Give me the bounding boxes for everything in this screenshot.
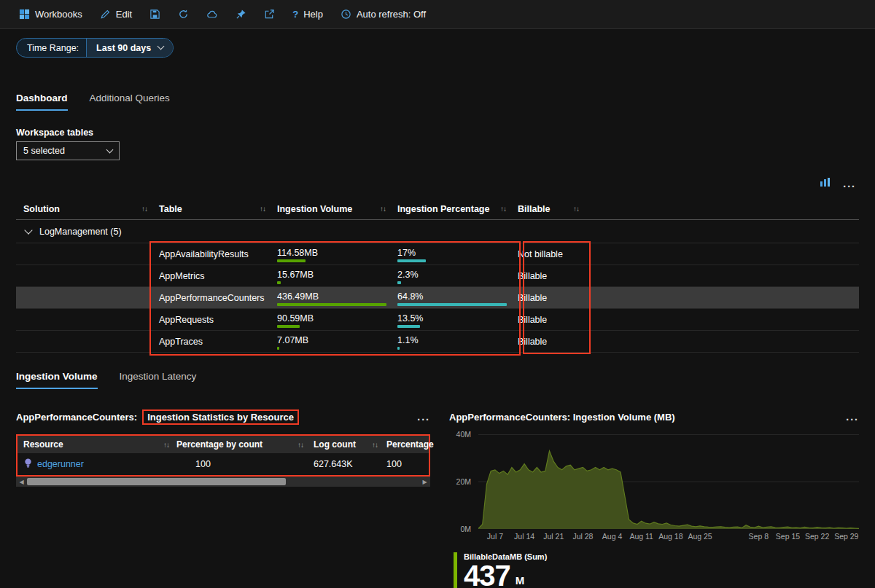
- x-tick-label: Sep 8: [749, 532, 769, 541]
- workspace-tables-label: Workspace tables: [16, 128, 93, 138]
- sort-icon[interactable]: ↑↓: [500, 205, 506, 213]
- x-tick-label: Jul 14: [514, 532, 534, 541]
- percentage-bar: [397, 303, 507, 306]
- ingestion-volume-chart: 40M20M0M Jul 7Jul 14Jul 21Jul 28Aug 4Aug…: [449, 434, 859, 545]
- workbooks-app: Workbooks Edit: [0, 0, 875, 588]
- summary-unit: M: [516, 574, 525, 588]
- column-label: Log count: [314, 439, 356, 450]
- save-button[interactable]: [149, 9, 160, 20]
- sort-icon[interactable]: ↑↓: [141, 205, 147, 213]
- column-solution[interactable]: Solution ↑↓: [16, 204, 159, 214]
- chevron-down-icon: [158, 43, 165, 50]
- cloud-icon: [206, 9, 218, 20]
- cell-solution: [16, 265, 159, 286]
- y-axis-ticks: 40M20M0M: [449, 434, 474, 529]
- horizontal-scrollbar[interactable]: ◀ ▶: [16, 477, 430, 487]
- chart-icon[interactable]: [820, 177, 831, 189]
- top-tabs: Dashboard Additional Queries: [16, 93, 170, 111]
- chart-plot-area: [478, 434, 859, 529]
- open-button[interactable]: [206, 9, 218, 20]
- table-row[interactable]: AppMetrics 15.67MB 2.3% Billable: [16, 265, 859, 287]
- column-log-count[interactable]: Log count ↑↓: [314, 439, 381, 450]
- x-tick-label: Jul 28: [572, 532, 593, 541]
- sort-icon[interactable]: ↑↓: [260, 205, 265, 213]
- table-row[interactable]: AppRequests 90.59MB 13.5% Billable: [16, 309, 859, 331]
- ingestion-volume-panel: AppPerformanceCounters: Ingestion Volume…: [449, 408, 859, 588]
- tab-dashboard[interactable]: Dashboard: [16, 93, 68, 111]
- sort-icon[interactable]: ↑↓: [573, 205, 579, 213]
- sort-icon[interactable]: ↑↓: [372, 441, 378, 449]
- cell-ingestion-volume: 90.59MB: [277, 309, 397, 330]
- cell-ingestion-volume: 436.49MB: [277, 287, 397, 308]
- column-label: Percentage by count: [176, 439, 262, 450]
- workbooks-home[interactable]: Workbooks: [19, 9, 82, 20]
- help-button[interactable]: ? Help: [292, 9, 323, 20]
- volume-value: 114.58MB: [277, 248, 318, 258]
- workbooks-logo-icon: [19, 9, 30, 20]
- workbooks-label: Workbooks: [35, 9, 82, 20]
- chevron-down-icon: [106, 146, 114, 153]
- sort-icon[interactable]: ↑↓: [298, 441, 303, 449]
- column-resource[interactable]: Resource ↑↓: [18, 439, 176, 450]
- volume-bar: [277, 303, 386, 306]
- summary-accent-bar: [454, 552, 457, 588]
- volume-value: 90.59MB: [277, 313, 314, 324]
- column-billable[interactable]: Billable ↑↓: [518, 204, 591, 214]
- cell-billable: Billable: [518, 265, 591, 286]
- resource-table-header: Resource ↑↓ Percentage by count ↑↓ Log c…: [18, 436, 429, 453]
- edit-button[interactable]: Edit: [100, 9, 132, 20]
- group-row-logmanagement[interactable]: LogManagement (5): [16, 220, 859, 243]
- cell-percentage: 100: [381, 459, 429, 469]
- cell-ingestion-volume: 7.07MB: [277, 331, 397, 352]
- resource-table: Resource ↑↓ Percentage by count ↑↓ Log c…: [16, 434, 430, 477]
- table-row[interactable]: AppPerformanceCounters 436.49MB 64.8% Bi…: [16, 287, 859, 309]
- save-icon: [149, 9, 160, 20]
- cell-log-count: 627.643K: [314, 459, 381, 469]
- tab-additional-queries[interactable]: Additional Queries: [90, 93, 170, 111]
- cell-ingestion-volume: 15.67MB: [277, 265, 397, 286]
- column-percentage-by-count[interactable]: Percentage by count ↑↓: [176, 439, 314, 450]
- cell-solution: [16, 243, 159, 264]
- y-tick-label: 0M: [460, 525, 471, 533]
- chevron-down-icon: [24, 226, 32, 234]
- scroll-right-icon[interactable]: ▶: [419, 479, 430, 485]
- tab-ingestion-volume[interactable]: Ingestion Volume: [16, 371, 98, 389]
- column-label: Table: [159, 204, 182, 214]
- column-percentage[interactable]: Percentage: [381, 439, 429, 450]
- table-row[interactable]: AppTraces 7.07MB 1.1% Billable: [16, 331, 859, 353]
- sort-icon[interactable]: ↑↓: [163, 441, 169, 449]
- resource-link[interactable]: edgerunner: [23, 458, 84, 471]
- cell-solution: [16, 309, 159, 330]
- lightbulb-icon: [23, 458, 33, 471]
- refresh-button[interactable]: [178, 9, 189, 20]
- volume-panel-more-button[interactable]: ...: [846, 411, 859, 423]
- auto-refresh-button[interactable]: Auto refresh: Off: [341, 9, 426, 20]
- cell-billable: Billable: [518, 331, 591, 352]
- edit-label: Edit: [116, 9, 132, 20]
- tab-ingestion-latency[interactable]: Ingestion Latency: [120, 371, 197, 389]
- workspace-tables-select[interactable]: 5 selected: [16, 141, 120, 160]
- resource-panel-more-button[interactable]: ...: [417, 411, 430, 423]
- auto-refresh-label: Auto refresh: Off: [357, 9, 426, 20]
- share-button[interactable]: [264, 9, 275, 20]
- ingestion-grid: Solution ↑↓ Table ↑↓ Ingestion Volume ↑↓…: [16, 198, 859, 353]
- scrollbar-track[interactable]: [27, 477, 419, 487]
- resource-row[interactable]: edgerunner 100 627.643K 100: [18, 453, 429, 475]
- table-row[interactable]: AppAvailabilityResults 114.58MB 17% Not …: [16, 243, 859, 265]
- x-tick-label: Aug 11: [629, 532, 653, 541]
- sort-icon[interactable]: ↑↓: [380, 205, 386, 213]
- grid-more-button[interactable]: ...: [843, 178, 856, 189]
- column-ingestion-volume[interactable]: Ingestion Volume ↑↓: [277, 204, 397, 214]
- x-tick-label: Jul 21: [543, 532, 564, 541]
- column-label: Billable: [518, 204, 550, 214]
- pin-button[interactable]: [236, 9, 246, 20]
- time-range-select[interactable]: Last 90 days: [86, 39, 173, 57]
- column-ingestion-percentage[interactable]: Ingestion Percentage ↑↓: [397, 204, 518, 214]
- column-table[interactable]: Table ↑↓: [159, 204, 277, 214]
- resource-panel-title: AppPerformanceCounters:Ingestion Statist…: [16, 409, 299, 425]
- cell-percentage-by-count: 100: [176, 459, 314, 469]
- scrollbar-thumb[interactable]: [27, 478, 286, 485]
- scroll-left-icon[interactable]: ◀: [16, 479, 27, 485]
- title-prefix: AppPerformanceCounters:: [16, 412, 137, 423]
- percentage-value: 13.5%: [397, 313, 423, 324]
